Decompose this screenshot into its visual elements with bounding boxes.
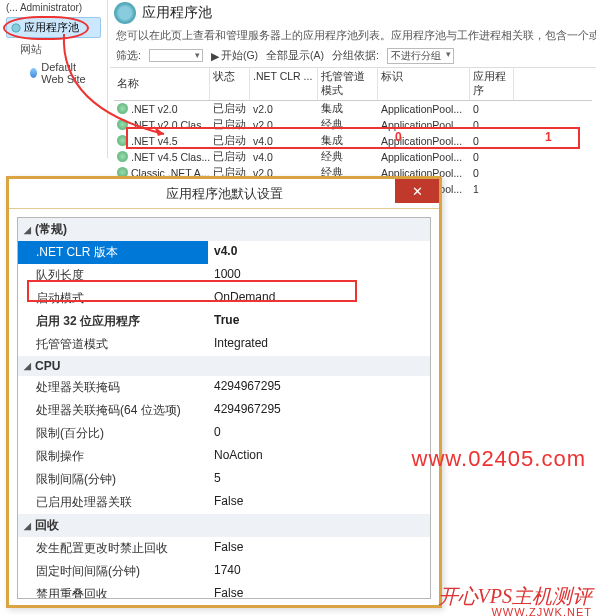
section-cpu[interactable]: ◢CPU xyxy=(18,356,430,376)
property-row[interactable]: 限制(百分比)0 xyxy=(18,422,430,445)
watermark-url: www.02405.com xyxy=(412,446,586,472)
pool-row-icon xyxy=(117,119,128,130)
annotation-mark-1: 1 xyxy=(545,130,552,144)
grid-header: 名称 状态 .NET CLR ... 托管管道模式 标识 应用程序 xyxy=(114,68,592,101)
iis-window: (... Administrator) 应用程序池 网站 Default Web… xyxy=(0,0,596,158)
tree-default-site[interactable]: Default Web Site xyxy=(0,59,107,87)
col-identity[interactable]: 标识 xyxy=(378,68,470,100)
col-clr[interactable]: .NET CLR ... xyxy=(250,68,318,100)
showall-button[interactable]: 全部显示(A) xyxy=(266,49,324,63)
property-row[interactable]: .NET CLR 版本v4.0 xyxy=(18,241,430,264)
start-button[interactable]: ▶ 开始(G) xyxy=(211,49,258,63)
property-row[interactable]: 限制间隔(分钟)5 xyxy=(18,468,430,491)
toolbar: 筛选: ▶ 开始(G) 全部显示(A) 分组依据: 不进行分组 xyxy=(110,45,596,68)
table-row[interactable]: .NET v2.0已启动v2.0集成ApplicationPool...0 xyxy=(114,101,592,117)
dialog-titlebar: 应用程序池默认设置 ✕ xyxy=(9,179,439,209)
section-general[interactable]: ◢(常规) xyxy=(18,218,430,241)
tree-sel-label: 应用程序池 xyxy=(24,20,79,35)
property-row[interactable]: 已启用处理器关联False xyxy=(18,491,430,514)
property-row[interactable]: 处理器关联掩码4294967295 xyxy=(18,376,430,399)
property-row[interactable]: 处理器关联掩码(64 位选项)4294967295 xyxy=(18,399,430,422)
site-icon xyxy=(30,68,37,78)
property-row[interactable]: 队列长度1000 xyxy=(18,264,430,287)
dialog-title-text: 应用程序池默认设置 xyxy=(166,185,283,203)
col-apps[interactable]: 应用程序 xyxy=(470,68,514,100)
property-row[interactable]: 禁用重叠回收False xyxy=(18,583,430,599)
property-row[interactable]: 发生配置更改时禁止回收False xyxy=(18,537,430,560)
pool-row-icon xyxy=(117,103,128,114)
filter-label: 筛选: xyxy=(116,49,141,63)
page-title: 应用程序池 xyxy=(142,4,212,22)
pool-row-icon xyxy=(117,135,128,146)
content-pane: 应用程序池 您可以在此页上查看和管理服务器上的应用程序池列表。应用程序池与工作进… xyxy=(110,0,596,158)
pool-icon xyxy=(11,23,21,33)
annotation-mark-0: 0 xyxy=(395,130,402,144)
tree-sites[interactable]: 网站 xyxy=(0,40,107,59)
col-state[interactable]: 状态 xyxy=(210,68,250,100)
col-name[interactable]: 名称 xyxy=(114,68,210,100)
filter-select[interactable] xyxy=(149,49,203,62)
collapse-icon: ◢ xyxy=(24,521,31,531)
table-row[interactable]: .NET v4.5已启动v4.0集成ApplicationPool...0 xyxy=(114,133,592,149)
property-row[interactable]: 启用 32 位应用程序True xyxy=(18,310,430,333)
table-row[interactable]: .NET v2.0 Clas...已启动v2.0经典ApplicationPoo… xyxy=(114,117,592,133)
property-row[interactable]: 托管管道模式Integrated xyxy=(18,333,430,356)
col-pipe[interactable]: 托管管道模式 xyxy=(318,68,378,100)
collapse-icon: ◢ xyxy=(24,361,31,371)
pool-row-icon xyxy=(117,151,128,162)
table-row[interactable]: .NET v4.5 Clas...已启动v4.0经典ApplicationPoo… xyxy=(114,149,592,165)
property-row[interactable]: 限制操作NoAction xyxy=(18,445,430,468)
property-row[interactable]: 固定时间间隔(分钟)1740 xyxy=(18,560,430,583)
tree-panel: (... Administrator) 应用程序池 网站 Default Web… xyxy=(0,0,108,158)
section-recycle[interactable]: ◢回收 xyxy=(18,514,430,537)
groupby-select[interactable]: 不进行分组 xyxy=(387,48,454,64)
property-row[interactable]: 启动模式OnDemand xyxy=(18,287,430,310)
groupby-label: 分组依据: xyxy=(332,49,379,63)
tree-site-label: Default Web Site xyxy=(41,61,101,85)
defaults-dialog: 应用程序池默认设置 ✕ ◢(常规) .NET CLR 版本v4.0队列长度100… xyxy=(6,176,442,608)
page-description: 您可以在此页上查看和管理服务器上的应用程序池列表。应用程序池与工作进程相关联，包… xyxy=(110,26,596,45)
watermark-sub: WWW.ZJWK.NET xyxy=(491,606,592,616)
tree-app-pools[interactable]: 应用程序池 xyxy=(6,17,101,38)
pool-title-icon xyxy=(114,2,136,24)
tree-root[interactable]: (... Administrator) xyxy=(0,0,107,15)
property-grid: ◢(常规) .NET CLR 版本v4.0队列长度1000启动模式OnDeman… xyxy=(17,217,431,599)
close-button[interactable]: ✕ xyxy=(395,179,439,203)
collapse-icon: ◢ xyxy=(24,225,31,235)
